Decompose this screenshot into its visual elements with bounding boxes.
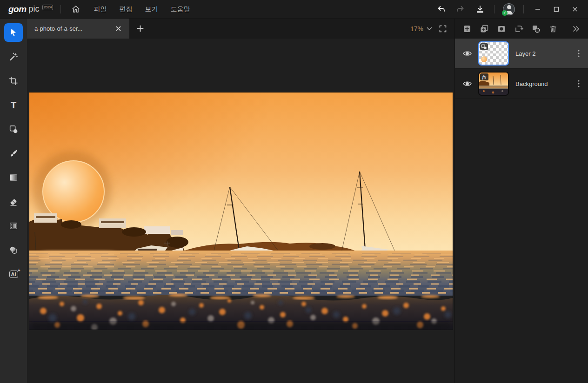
layers-toolbar xyxy=(455,19,588,39)
download-button[interactable] xyxy=(473,2,488,17)
undo-button[interactable] xyxy=(434,2,448,17)
tool-select[interactable] xyxy=(4,23,23,42)
collapse-panel-button[interactable] xyxy=(569,22,582,35)
titlebar-separator xyxy=(523,5,524,13)
tool-eraser[interactable] xyxy=(4,192,23,211)
titlebar-separator xyxy=(60,5,61,13)
tool-color-blend[interactable] xyxy=(4,241,23,259)
tab-label: a-photo-of-a-ser... xyxy=(34,25,113,32)
layer-2-options-button[interactable] xyxy=(574,47,583,60)
layer-2-thumbnail[interactable] xyxy=(478,41,509,66)
home-icon xyxy=(71,5,80,14)
layer-name: Background xyxy=(515,80,569,87)
select-arrow-icon xyxy=(8,27,19,38)
close-button[interactable] xyxy=(568,2,582,17)
eye-icon xyxy=(462,80,472,87)
shape-layer-badge-icon xyxy=(480,43,488,50)
tools-sidebar: T xyxy=(0,19,27,383)
tool-ai[interactable]: AI + xyxy=(4,265,23,284)
close-icon xyxy=(571,5,579,13)
tool-gradient[interactable] xyxy=(4,168,23,187)
new-tab-button[interactable] xyxy=(129,19,151,39)
mask-icon xyxy=(497,24,506,33)
titlebar: gom pic 2024 파일 편집 보기 도움말 xyxy=(0,0,588,19)
layer-name: Layer 2 xyxy=(515,50,569,57)
eraser-icon xyxy=(8,197,19,207)
home-button[interactable] xyxy=(68,2,83,17)
expand-icon xyxy=(572,25,580,33)
delete-icon xyxy=(548,24,558,33)
duplicate-layer-icon xyxy=(480,24,489,33)
fx-badge: fx xyxy=(480,73,488,80)
background-thumbnail[interactable]: fx xyxy=(478,72,509,96)
shapes-icon xyxy=(8,124,19,134)
layers-panel: Layer 2 xyxy=(454,19,588,383)
app-body: T xyxy=(0,19,588,383)
undo-icon xyxy=(436,5,446,14)
minimize-icon xyxy=(534,5,542,13)
avatar-head xyxy=(507,5,511,9)
brush-icon xyxy=(8,148,19,158)
tool-magic-wand[interactable] xyxy=(4,47,23,66)
document-tab[interactable]: a-photo-of-a-ser... xyxy=(27,19,129,39)
color-blend-icon xyxy=(8,245,19,255)
account-button[interactable]: ✓ xyxy=(501,2,517,17)
background-visibility-toggle[interactable] xyxy=(461,78,474,89)
transform-icon xyxy=(514,24,523,33)
menu-help[interactable]: 도움말 xyxy=(170,5,190,13)
login-check-icon: ✓ xyxy=(502,10,508,16)
merge-shapes-button[interactable] xyxy=(529,22,542,35)
tool-text[interactable]: T xyxy=(4,96,23,114)
shape-preview-dot xyxy=(481,56,487,62)
merge-shapes-icon xyxy=(531,24,541,33)
menu-file[interactable]: 파일 xyxy=(94,5,107,13)
fit-screen-icon xyxy=(439,25,447,33)
zoom-level-dropdown[interactable]: 17% xyxy=(410,25,432,33)
layer-row-background[interactable]: fx Background xyxy=(455,69,588,99)
center-column: a-photo-of-a-ser... 17% xyxy=(27,19,454,383)
canvas-document[interactable] xyxy=(29,92,453,330)
redo-icon xyxy=(456,5,465,14)
layers-list: Layer 2 xyxy=(455,39,588,99)
adjustments-icon xyxy=(8,221,19,231)
view-controls: 17% xyxy=(410,19,454,39)
minimize-button[interactable] xyxy=(530,2,545,17)
redo-button[interactable] xyxy=(453,2,468,17)
tab-bar: a-photo-of-a-ser... 17% xyxy=(27,19,454,39)
app-logo: gom pic 2024 xyxy=(8,4,53,14)
layer-2-visibility-toggle[interactable] xyxy=(461,48,474,59)
duplicate-layer-button[interactable] xyxy=(478,22,491,35)
plus-icon xyxy=(136,25,144,33)
zoom-level-value: 17% xyxy=(410,25,423,33)
brand-pic: pic xyxy=(29,4,40,14)
tool-crop[interactable] xyxy=(4,72,23,90)
add-layer-icon xyxy=(462,24,472,33)
transform-button[interactable] xyxy=(512,22,525,35)
layer-row-layer-2[interactable]: Layer 2 xyxy=(455,39,588,69)
maximize-button[interactable] xyxy=(549,2,564,17)
tab-close-button[interactable] xyxy=(113,23,124,34)
kebab-menu-icon xyxy=(578,50,580,57)
magic-wand-icon xyxy=(8,52,19,62)
fit-screen-button[interactable] xyxy=(439,25,447,33)
kebab-menu-icon xyxy=(578,80,580,87)
chevron-down-icon xyxy=(427,27,432,31)
background-options-button[interactable] xyxy=(574,77,583,90)
titlebar-right: ✓ xyxy=(434,2,588,17)
mask-button[interactable] xyxy=(495,22,508,35)
app-window: gom pic 2024 파일 편집 보기 도움말 xyxy=(0,0,588,383)
delete-layer-button[interactable] xyxy=(547,22,560,35)
menu-edit[interactable]: 편집 xyxy=(119,5,132,13)
version-badge: 2024 xyxy=(42,5,53,10)
crop-icon xyxy=(8,76,19,86)
avatar: ✓ xyxy=(503,3,515,15)
add-layer-button[interactable] xyxy=(461,22,474,35)
tool-adjustments[interactable] xyxy=(4,217,23,235)
menu-view[interactable]: 보기 xyxy=(145,5,158,13)
download-icon xyxy=(475,5,485,14)
tool-brush[interactable] xyxy=(4,144,23,163)
tool-shapes[interactable] xyxy=(4,120,23,139)
workspace xyxy=(27,39,454,383)
brand-gom: gom xyxy=(8,4,27,14)
maximize-icon xyxy=(552,5,561,13)
